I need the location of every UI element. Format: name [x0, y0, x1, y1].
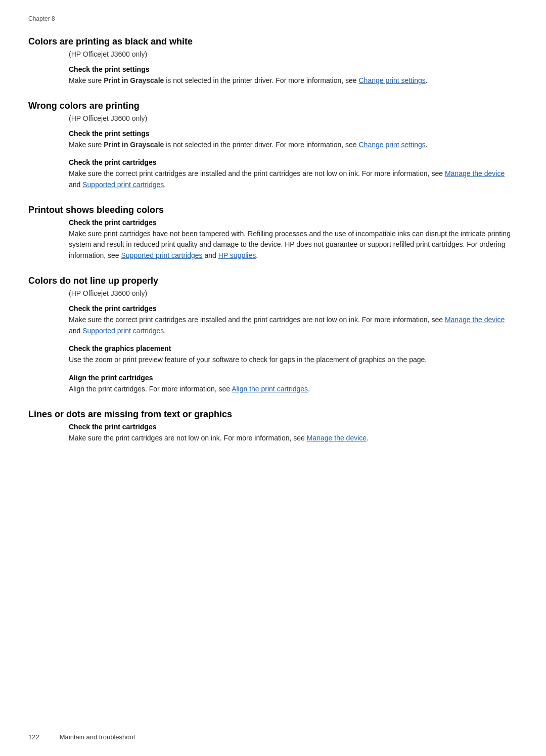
subsection-title-check-print-cartridges-2: Check the print cartridges: [69, 218, 518, 227]
section-title-lines-dots-missing: Lines or dots are missing from text or g…: [28, 409, 518, 420]
inline-link[interactable]: Manage the device: [445, 316, 505, 324]
footer-text: Maintain and troubleshoot: [60, 733, 135, 741]
footer-page-number: 122: [28, 733, 39, 741]
inline-link[interactable]: Change print settings: [358, 76, 425, 84]
inline-link[interactable]: Manage the device: [307, 434, 367, 442]
section-title-wrong-colors: Wrong colors are printing: [28, 101, 518, 111]
inline-link[interactable]: Manage the device: [445, 169, 505, 177]
section-title-bleeding-colors: Printout shows bleeding colors: [28, 205, 518, 215]
subsection-body-check-print-cartridges-1: Make sure the correct print cartridges a…: [69, 168, 518, 190]
subsection-body-check-print-cartridges-2: Make sure print cartridges have not been…: [69, 229, 518, 261]
section-subtitle-colors-black-white: (HP Officejet J3600 only): [69, 50, 518, 58]
footer: 122 Maintain and troubleshoot: [28, 733, 518, 741]
inline-link[interactable]: Supported print cartridges: [121, 251, 203, 259]
chapter-label: Chapter 8: [28, 15, 518, 22]
subsection-body-check-print-cartridges-3: Make sure the correct print cartridges a…: [69, 315, 518, 336]
section-subtitle-wrong-colors: (HP Officejet J3600 only): [69, 114, 518, 122]
subsection-align-print-cartridges: Align the print cartridgesAlign the prin…: [69, 374, 518, 395]
subsection-body-check-graphics-placement: Use the zoom or print preview feature of…: [69, 354, 518, 366]
subsection-title-check-print-cartridges-4: Check the print cartridges: [69, 423, 518, 431]
section-subtitle-colors-not-line-up: (HP Officejet J3600 only): [69, 289, 518, 297]
inline-link[interactable]: Align the print cartridges: [232, 385, 308, 393]
inline-link[interactable]: Supported print cartridges: [82, 327, 164, 335]
bold-text: Print in Grayscale: [104, 141, 164, 149]
subsection-body-check-print-settings-2: Make sure Print in Grayscale is not sele…: [69, 140, 518, 151]
subsection-title-check-print-cartridges-3: Check the print cartridges: [69, 304, 518, 313]
subsection-body-align-print-cartridges: Align the print cartridges. For more inf…: [69, 384, 518, 395]
subsection-check-graphics-placement: Check the graphics placementUse the zoom…: [69, 344, 518, 366]
subsection-title-align-print-cartridges: Align the print cartridges: [69, 374, 518, 382]
subsection-check-print-cartridges-4: Check the print cartridgesMake sure the …: [69, 423, 518, 444]
bold-text: Print in Grayscale: [104, 76, 164, 84]
inline-link[interactable]: Change print settings: [358, 141, 425, 149]
inline-link[interactable]: HP supplies: [218, 251, 256, 259]
subsection-check-print-settings-2: Check the print settingsMake sure Print …: [69, 129, 518, 151]
subsection-title-check-print-cartridges-1: Check the print cartridges: [69, 158, 518, 166]
section-title-colors-black-white: Colors are printing as black and white: [28, 36, 518, 47]
subsection-check-print-settings-1: Check the print settingsMake sure Print …: [69, 65, 518, 86]
inline-link[interactable]: Supported print cartridges: [82, 181, 164, 189]
subsection-body-check-print-cartridges-4: Make sure the print cartridges are not l…: [69, 433, 518, 444]
subsection-check-print-cartridges-2: Check the print cartridgesMake sure prin…: [69, 218, 518, 261]
subsection-title-check-graphics-placement: Check the graphics placement: [69, 344, 518, 352]
subsection-check-print-cartridges-1: Check the print cartridgesMake sure the …: [69, 158, 518, 190]
section-title-colors-not-line-up: Colors do not line up properly: [28, 276, 518, 286]
subsection-body-check-print-settings-1: Make sure Print in Grayscale is not sele…: [69, 75, 518, 86]
subsection-title-check-print-settings-2: Check the print settings: [69, 129, 518, 138]
subsection-title-check-print-settings-1: Check the print settings: [69, 65, 518, 73]
subsection-check-print-cartridges-3: Check the print cartridgesMake sure the …: [69, 304, 518, 336]
